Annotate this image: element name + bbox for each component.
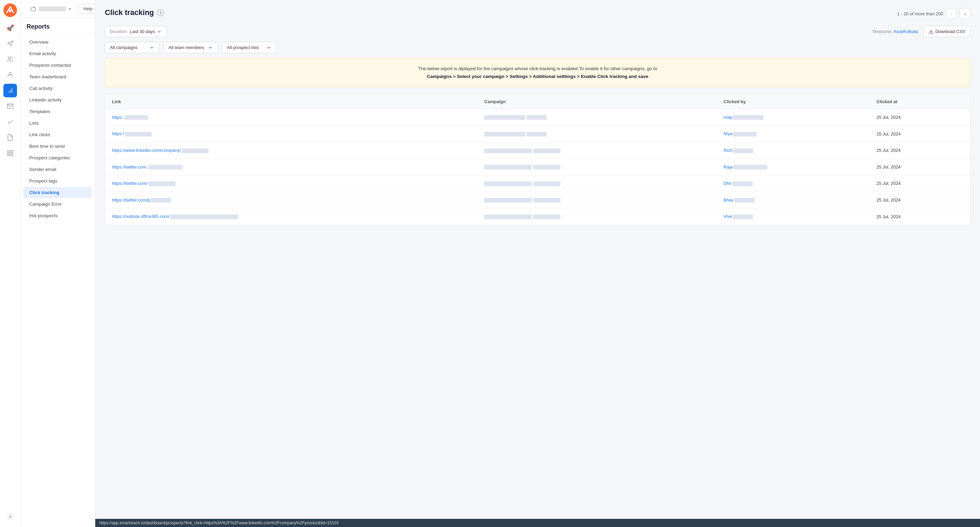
settings-icon[interactable] bbox=[3, 510, 17, 524]
table-cell-clicked-by: Bhav bbox=[717, 192, 869, 209]
link-url[interactable]: https://twitter.com/ bbox=[112, 181, 302, 186]
campaigns-filter-label: All campaigns bbox=[110, 45, 137, 50]
doc-nav-icon[interactable] bbox=[3, 131, 17, 144]
prospect-lists-filter[interactable]: All prospect lists bbox=[222, 42, 276, 53]
pagination-text: 1 - 20 of more than 200 bbox=[897, 11, 943, 16]
clicked-by-name: Dhir bbox=[724, 181, 732, 186]
page-title-row: Click tracking ℹ bbox=[105, 8, 164, 17]
duration-value: Last 30 days bbox=[130, 29, 155, 34]
sidebar-item-campaign-error[interactable]: Campaign Error bbox=[23, 199, 92, 210]
rocket-nav-icon[interactable]: 🚀 bbox=[3, 21, 17, 35]
table-cell-campaign bbox=[477, 159, 717, 175]
users-nav-icon[interactable] bbox=[3, 53, 17, 66]
clicked-by-name: Vive bbox=[724, 214, 732, 219]
table-cell-campaign bbox=[477, 142, 717, 159]
table-cell-clicked-by: Dhir bbox=[717, 175, 869, 192]
clicked-by-name: Raja bbox=[724, 164, 733, 170]
sidebar-item-prospects-contacted[interactable]: Prospects contacted bbox=[23, 60, 92, 71]
table-row: https://outlook.office365.com/Vive25 Jul… bbox=[105, 209, 970, 225]
main-wrapper: Click tracking ℹ 1 - 20 of more than 200… bbox=[95, 0, 980, 527]
table-row: https:/Niya25 Jul, 2024 bbox=[105, 126, 970, 142]
table-cell-campaign bbox=[477, 192, 717, 209]
help-label: Help bbox=[83, 6, 92, 11]
link-url[interactable]: https://outlook.office365.com/ bbox=[112, 214, 302, 219]
table-cell-campaign bbox=[477, 209, 717, 225]
check-nav-icon[interactable] bbox=[3, 115, 17, 129]
download-csv-button[interactable]: Download CSV bbox=[924, 26, 970, 37]
banner-text-normal: The below report is diplayed for the cam… bbox=[418, 66, 657, 71]
link-url[interactable]: https:, bbox=[112, 115, 302, 120]
prospect-lists-chevron-icon bbox=[266, 45, 271, 50]
chart-nav-icon[interactable] bbox=[3, 84, 17, 97]
link-url[interactable]: https:/ bbox=[112, 131, 302, 137]
table-cell-clicked-by: Vive bbox=[717, 209, 869, 225]
icon-bar: 🚀 bbox=[0, 0, 21, 527]
table-cell-link: https:, bbox=[105, 109, 477, 126]
page-title: Click tracking bbox=[105, 8, 154, 17]
table-row: https://twitter.com/pBhav25 Jul, 2024 bbox=[105, 192, 970, 209]
timezone-value[interactable]: Asia/Kolkata bbox=[894, 29, 918, 34]
sidebar-item-email-activity[interactable]: Email activity bbox=[23, 48, 92, 59]
sidebar-item-call-activity[interactable]: Call activity bbox=[23, 83, 92, 94]
megaphone-nav-icon[interactable] bbox=[3, 37, 17, 50]
sidebar-title: Reports bbox=[27, 23, 89, 30]
link-url[interactable]: https://twitter.com, bbox=[112, 164, 302, 170]
svg-point-1 bbox=[9, 10, 11, 12]
team-members-filter-label: All team members bbox=[169, 45, 204, 50]
person-nav-icon[interactable] bbox=[3, 68, 17, 82]
table-header-row: Link Campaign Clicked by Clicked at bbox=[105, 94, 970, 109]
sidebar-item-prospect-tags[interactable]: Prospect tags bbox=[23, 175, 92, 186]
download-label: Download CSV bbox=[935, 29, 966, 34]
col-clicked-by: Clicked by bbox=[717, 94, 869, 109]
clicked-by-name: Rich bbox=[724, 148, 732, 153]
table-row: https://twitter.com,Raja25 Jul, 2024 bbox=[105, 159, 970, 175]
sidebar-item-best-time[interactable]: Best time to send bbox=[23, 141, 92, 152]
sidebar-item-lists[interactable]: Lists bbox=[23, 118, 92, 129]
page-info-icon[interactable]: ℹ bbox=[157, 9, 164, 16]
status-bar: https://app.smartreach.io/dashboard/pros… bbox=[95, 519, 980, 527]
table-cell-clicked-by: Haly bbox=[717, 109, 869, 126]
banner-text-bold: Campaigns > Select your campaign > Setti… bbox=[427, 74, 649, 79]
table-row: https://twitter.com/Dhir25 Jul, 2024 bbox=[105, 175, 970, 192]
sidebar-item-click-tracking[interactable]: Click tracking bbox=[23, 187, 92, 198]
status-url: https://app.smartreach.io/dashboard/pros… bbox=[99, 521, 339, 525]
link-url[interactable]: https://twitter.com/p bbox=[112, 197, 302, 203]
briefcase-icon bbox=[30, 6, 36, 11]
pagination-prev-button[interactable]: ‹ bbox=[946, 8, 957, 19]
email-nav-icon[interactable] bbox=[3, 99, 17, 113]
sidebar-item-team-leaderboard[interactable]: Team leaderboard bbox=[23, 71, 92, 83]
campaigns-filter[interactable]: All campaigns bbox=[105, 42, 159, 53]
sidebar-item-hot-prospects[interactable]: Hot prospects bbox=[23, 210, 92, 221]
sidebar-item-linkedin-activity[interactable]: Linkedin activity bbox=[23, 94, 92, 105]
workspace-name-blur bbox=[39, 6, 66, 11]
team-members-filter[interactable]: All team members bbox=[163, 42, 218, 53]
top-bar: ▾ Help bbox=[21, 0, 95, 18]
svg-rect-7 bbox=[8, 154, 10, 156]
grid-nav-icon[interactable] bbox=[3, 146, 17, 160]
download-icon bbox=[929, 29, 933, 34]
table-cell-link: https://outlook.office365.com/ bbox=[105, 209, 477, 225]
click-tracking-table: Link Campaign Clicked by Clicked at http… bbox=[105, 94, 970, 225]
sidebar-item-sender-email[interactable]: Sender email bbox=[23, 164, 92, 175]
workspace-selector[interactable]: ▾ bbox=[27, 4, 74, 14]
workspace-chevron: ▾ bbox=[69, 6, 71, 11]
campaigns-chevron-icon bbox=[150, 45, 154, 50]
help-button[interactable]: Help bbox=[78, 4, 95, 14]
svg-rect-8 bbox=[11, 154, 13, 156]
pagination-next-button[interactable]: › bbox=[959, 8, 970, 19]
sidebar-item-prospect-categories[interactable]: Prospect categories bbox=[23, 152, 92, 163]
table-cell-clicked-at: 25 Jul, 2024 bbox=[870, 109, 970, 126]
timezone-label: Timezone: bbox=[872, 29, 892, 34]
svg-point-3 bbox=[9, 73, 11, 75]
table-cell-campaign bbox=[477, 175, 717, 192]
link-url[interactable]: https://www.linkedin.com/company/ bbox=[112, 148, 302, 153]
svg-rect-6 bbox=[11, 151, 13, 153]
sidebar-item-link-clicks[interactable]: Link clicks bbox=[23, 129, 92, 140]
sidebar-item-overview[interactable]: Overview bbox=[23, 37, 92, 48]
col-link: Link bbox=[105, 94, 477, 109]
sidebar-item-templates[interactable]: Templates bbox=[23, 106, 92, 117]
table-body: https:,Haly25 Jul, 2024https:/Niya25 Jul… bbox=[105, 109, 970, 224]
table-cell-clicked-at: 25 Jul, 2024 bbox=[870, 159, 970, 175]
duration-dropdown[interactable]: Duration: Last 30 days bbox=[105, 26, 167, 37]
table-cell-clicked-at: 25 Jul, 2024 bbox=[870, 175, 970, 192]
